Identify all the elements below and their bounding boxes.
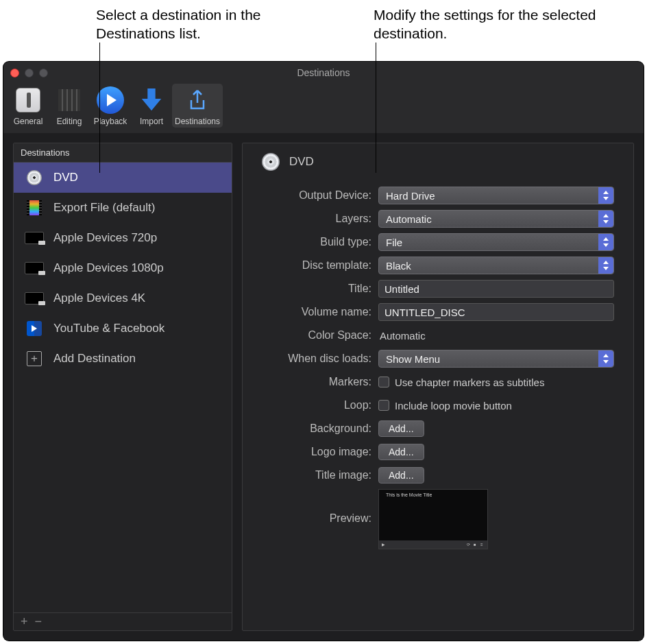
chevron-updown-icon [598, 211, 613, 227]
sidebar-item-apple-720p[interactable]: Apple Devices 720p [14, 223, 232, 253]
tab-playback[interactable]: Playback [90, 84, 131, 128]
callouts-area: Select a destination in the Destinations… [0, 0, 647, 62]
volume-name-input[interactable] [378, 303, 614, 321]
sidebar-item-export-file[interactable]: Export File (default) [14, 193, 232, 223]
add-background-button[interactable]: Add... [378, 420, 424, 437]
preview-loop-icon: ⟳ [467, 542, 471, 547]
row-color-space: Color Space: Automatic [262, 326, 614, 345]
sidebar-item-label: Add Destination [53, 352, 136, 366]
add-title-image-button[interactable]: Add... [378, 467, 424, 484]
label-loop: Loop: [262, 399, 371, 412]
label-preview: Preview: [262, 489, 371, 525]
chevron-updown-icon [598, 234, 613, 250]
color-space-value: Automatic [378, 329, 614, 343]
sidebar-item-youtube-facebook[interactable]: YouTube & Facebook [14, 313, 232, 344]
sidebar-header: Destinations [14, 143, 232, 163]
title-input[interactable] [378, 280, 614, 298]
label-build-type: Build type: [262, 236, 371, 248]
sidebar-item-apple-1080p[interactable]: Apple Devices 1080p [14, 253, 232, 283]
row-layers: Layers: Automatic [262, 209, 614, 228]
label-color-space: Color Space: [262, 329, 371, 342]
label-title-image: Title image: [262, 469, 371, 481]
disc-loads-popup[interactable]: Show Menu [378, 350, 614, 368]
filmstrip-icon [54, 85, 84, 115]
label-output-device: Output Device: [262, 189, 371, 202]
tab-editing-label: Editing [57, 117, 82, 126]
row-output-device: Output Device: Hard Drive [262, 186, 614, 205]
callout-left: Select a destination in the Destinations… [96, 5, 308, 43]
general-icon [13, 85, 43, 115]
callout-line-right [376, 43, 376, 173]
preview-title-text: This is the Movie Title [386, 492, 432, 497]
tab-general[interactable]: General [8, 84, 49, 128]
apple-devices-icon [25, 230, 44, 246]
sidebar-item-dvd[interactable]: DVD [14, 163, 232, 193]
sidebar-item-label: YouTube & Facebook [53, 322, 164, 335]
disc-icon [25, 170, 44, 185]
plus-icon: + [25, 351, 44, 366]
destination-detail-panel: DVD Output Device: Hard Drive Layers: Au… [242, 143, 634, 631]
destinations-sidebar: Destinations DVD Export File (default) A… [13, 143, 232, 631]
callout-line-left [99, 43, 100, 173]
share-icon [182, 85, 212, 115]
preview-controls: ▶ ⟳ ■ ≡ [379, 540, 487, 549]
detail-header: DVD [262, 153, 614, 171]
callout-right: Modify the settings for the selected des… [374, 5, 641, 43]
markers-option-label: Use chapter markers as subtitles [395, 377, 544, 388]
tab-general-label: General [14, 117, 43, 126]
remove-destination-button[interactable]: − [35, 615, 42, 629]
window-body: Destinations DVD Export File (default) A… [3, 133, 644, 641]
tab-destinations[interactable]: Destinations [172, 84, 223, 128]
disc-loads-value: Show Menu [386, 353, 440, 365]
sidebar-item-apple-4k[interactable]: Apple Devices 4K [14, 283, 232, 313]
markers-checkbox[interactable] [378, 377, 389, 387]
row-disc-loads: When disc loads: Show Menu [262, 349, 614, 368]
sidebar-item-label: Apple Devices 720p [53, 231, 157, 245]
youtube-icon [25, 321, 44, 336]
sidebar-item-add-destination[interactable]: + Add Destination [14, 344, 232, 374]
sidebar-item-label: DVD [53, 171, 78, 184]
chevron-updown-icon [598, 257, 613, 274]
label-logo-image: Logo image: [262, 446, 371, 458]
row-title: Title: [262, 279, 614, 298]
add-destination-button[interactable]: + [21, 615, 28, 629]
destinations-list: DVD Export File (default) Apple Devices … [14, 163, 232, 612]
import-arrow-icon [136, 85, 167, 115]
preferences-toolbar: General Editing Playback Import Destinat… [3, 82, 227, 132]
row-volume-name: Volume name: [262, 302, 614, 322]
output-device-value: Hard Drive [386, 190, 435, 202]
chevron-updown-icon [598, 350, 613, 367]
row-loop: Loop: Include loop movie button [262, 396, 614, 415]
layers-value: Automatic [386, 213, 432, 225]
output-device-popup[interactable]: Hard Drive [378, 187, 614, 204]
detail-title: DVD [289, 155, 314, 169]
label-volume-name: Volume name: [262, 306, 371, 318]
preview-eject-icon: ≡ [480, 542, 485, 547]
row-background: Background: Add... [262, 419, 614, 438]
layers-popup[interactable]: Automatic [378, 210, 614, 228]
apple-devices-icon [25, 291, 44, 306]
zoom-window-button[interactable] [39, 69, 48, 77]
minimize-window-button[interactable] [25, 69, 34, 77]
loop-checkbox[interactable] [378, 400, 389, 411]
sidebar-footer: + − [14, 612, 232, 630]
disc-template-popup[interactable]: Black [378, 257, 614, 274]
close-window-button[interactable] [10, 69, 19, 77]
label-disc-loads: When disc loads: [262, 353, 371, 365]
tab-import-label: Import [140, 117, 163, 126]
label-background: Background: [262, 422, 371, 435]
sidebar-item-label: Apple Devices 1080p [53, 261, 164, 275]
tab-import[interactable]: Import [131, 84, 172, 128]
row-build-type: Build type: File [262, 232, 614, 252]
disc-template-value: Black [386, 260, 411, 272]
chevron-updown-icon [598, 187, 613, 204]
build-type-popup[interactable]: File [378, 233, 614, 251]
preview-play-icon: ▶ [382, 542, 386, 547]
row-markers: Markers: Use chapter markers as subtitle… [262, 372, 614, 392]
build-type-value: File [386, 237, 402, 248]
tab-editing[interactable]: Editing [49, 84, 90, 128]
label-disc-template: Disc template: [262, 259, 371, 272]
loop-option-label: Include loop movie button [395, 400, 512, 412]
add-logo-button[interactable]: Add... [378, 444, 424, 460]
sidebar-item-label: Apple Devices 4K [53, 291, 145, 305]
